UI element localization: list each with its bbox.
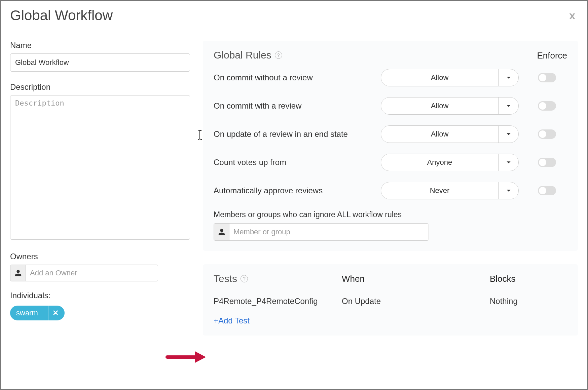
rule-label: On commit without a review	[214, 73, 373, 82]
rule-row: On update of a review in an end state Al…	[214, 125, 567, 143]
tests-col-blocks: Blocks	[490, 274, 567, 284]
enforce-column-label: Enforce	[537, 50, 567, 61]
chevron-down-icon	[498, 126, 518, 143]
tests-header: Tests ? When Blocks	[214, 273, 567, 284]
test-blocks: Nothing	[490, 297, 567, 306]
chevron-down-icon	[498, 154, 518, 171]
rule-row: On commit without a review Allow	[214, 69, 567, 86]
help-icon[interactable]: ?	[275, 51, 282, 59]
tests-panel: Tests ? When Blocks P4Remote_P4RemoteCon…	[203, 264, 578, 336]
name-input[interactable]	[10, 53, 190, 72]
chip-text: swarm	[16, 309, 38, 317]
chip-separator	[48, 306, 48, 320]
owners-label: Owners	[10, 252, 190, 261]
enforce-toggle[interactable]	[538, 101, 556, 111]
select-value: Allow	[381, 69, 498, 86]
select-value: Anyone	[381, 154, 498, 171]
chevron-down-icon	[498, 69, 518, 86]
rule-row: Count votes up from Anyone	[214, 154, 567, 171]
select-value: Allow	[381, 98, 498, 114]
rule-label: On commit with a review	[214, 101, 373, 111]
enforce-toggle[interactable]	[538, 73, 556, 82]
global-workflow-dialog: Global Workflow x Name Description Owner…	[0, 0, 588, 390]
close-icon[interactable]: x	[569, 9, 575, 22]
rule-select[interactable]: Allow	[381, 69, 519, 86]
dialog-title: Global Workflow	[10, 7, 113, 24]
members-input-group[interactable]	[214, 223, 429, 241]
person-icon	[214, 224, 229, 240]
tests-title: Tests ?	[214, 273, 342, 284]
rule-select[interactable]: Allow	[381, 97, 519, 115]
rule-label: Count votes up from	[214, 158, 373, 167]
enforce-toggle[interactable]	[538, 186, 556, 195]
tests-title-text: Tests	[214, 273, 237, 284]
enforce-toggle[interactable]	[538, 158, 556, 167]
select-value: Allow	[381, 126, 498, 143]
name-label: Name	[10, 41, 190, 50]
right-column: Global Rules ? Enforce On commit without…	[203, 41, 578, 349]
individuals-label: Individuals:	[10, 291, 190, 300]
rules-header-row: Global Rules ? Enforce	[214, 49, 567, 61]
rules-title-text: Global Rules	[214, 49, 271, 61]
owners-input[interactable]	[26, 265, 158, 281]
rules-title: Global Rules ?	[214, 49, 282, 61]
chevron-down-icon	[498, 182, 518, 199]
members-ignore-label: Members or groups who can ignore ALL wor…	[214, 210, 567, 219]
select-value: Never	[381, 182, 498, 199]
description-input[interactable]	[10, 95, 190, 240]
rule-row: On commit with a review Allow	[214, 97, 567, 115]
test-name: P4Remote_P4RemoteConfig	[214, 297, 342, 306]
help-icon[interactable]: ?	[241, 275, 248, 282]
members-input[interactable]	[229, 224, 429, 240]
dialog-body: Name Description Owners Individuals: swa…	[1, 31, 587, 349]
rule-row: Automatically approve reviews Never	[214, 182, 567, 199]
rule-select[interactable]: Allow	[381, 125, 519, 143]
svg-marker-1	[195, 351, 206, 363]
test-row[interactable]: P4Remote_P4RemoteConfig On Update Nothin…	[214, 297, 567, 306]
left-column: Name Description Owners Individuals: swa…	[10, 41, 190, 349]
chevron-down-icon	[498, 98, 518, 114]
owners-input-group[interactable]	[10, 265, 158, 281]
tests-col-when: When	[342, 274, 490, 284]
rule-label: Automatically approve reviews	[214, 186, 373, 195]
chip-remove-icon[interactable]: ✕	[52, 309, 63, 317]
rule-select[interactable]: Anyone	[381, 154, 519, 171]
description-label: Description	[10, 82, 190, 92]
test-when: On Update	[342, 297, 490, 306]
rule-select[interactable]: Never	[381, 182, 519, 199]
person-icon	[10, 265, 26, 281]
global-rules-panel: Global Rules ? Enforce On commit without…	[203, 41, 578, 251]
dialog-header: Global Workflow x	[1, 7, 587, 31]
individual-chip[interactable]: swarm ✕	[10, 306, 65, 320]
rule-label: On update of a review in an end state	[214, 129, 373, 139]
add-test-link[interactable]: +Add Test	[214, 316, 567, 325]
enforce-toggle[interactable]	[538, 129, 556, 139]
annotation-arrow-icon	[166, 349, 206, 365]
